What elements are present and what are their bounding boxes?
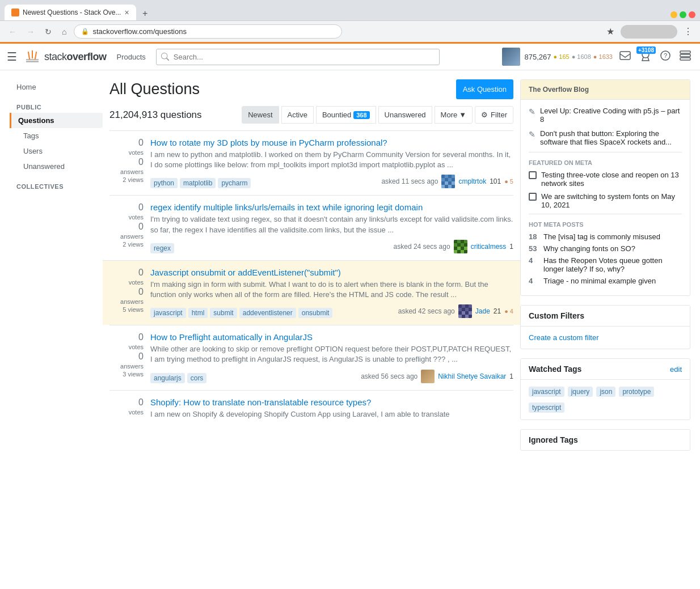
watched-tag-prototype[interactable]: prototype [619,387,654,397]
user-info: asked 11 secs ago cmpltrtok 101 ● 5 [381,175,513,188]
featured-item-2[interactable]: We are switching to system fonts on May … [529,192,682,209]
user-avatar[interactable] [502,48,520,66]
user-score: 1 [509,372,513,380]
address-bar[interactable]: 🔒 stackoverflow.com/questions [74,24,342,39]
user-rep-count: 875,267 [525,53,551,61]
user-avatar-small [458,304,472,318]
question-excerpt: I am new to python and matplotlib. I wor… [150,150,513,170]
browser-tab-bar: Newest Questions - Stack Ove... × + [0,0,700,20]
tag-cors[interactable]: cors [187,373,207,383]
tab-more[interactable]: More ▼ [435,106,473,124]
bronze-badge: ● 1633 [593,53,613,60]
home-button[interactable]: ⌂ [59,26,69,37]
filter-bar: Newest Active Bountied 368 Unanswered Mo… [242,106,513,124]
new-tab-button[interactable]: + [138,7,152,20]
user-name[interactable]: Nikhil Shetye Savaikar [438,372,506,380]
user-score: 101 [490,177,501,185]
tab-bountied[interactable]: Bountied 368 [316,106,376,124]
reload-button[interactable]: ↻ [42,26,54,37]
left-nav-tags[interactable]: Tags [10,128,103,143]
question-body: Javascript onsubmit or addEventListener(… [150,268,513,318]
tag-pycharm[interactable]: pycharm [218,178,251,188]
left-nav-unanswered[interactable]: Unanswered [10,159,103,174]
user-name[interactable]: cmpltrtok [458,177,486,185]
sidebar-divider-2 [529,214,682,214]
tag-addeventlistener[interactable]: addeventlistener [239,308,296,318]
inbox-button[interactable] [617,48,633,66]
tag-onsubmit[interactable]: onsubmit [298,308,333,318]
question-tags: angularjs cors [150,373,206,383]
tag-python[interactable]: python [150,178,178,188]
question-tags: javascript html submit addeventlistener … [150,308,332,318]
products-nav-link[interactable]: Products [113,50,149,63]
filter-button[interactable]: ⚙ Filter [475,106,513,124]
hot-link-2: Why changing fonts on SO? [543,244,635,253]
question-title[interactable]: regex identify multiple links/urls/email… [150,202,513,212]
tab-unanswered[interactable]: Unanswered [378,106,432,124]
left-nav-home[interactable]: Home [10,79,103,95]
question-title[interactable]: Javascript onsubmit or addEventListener(… [150,268,513,277]
close-window-button[interactable] [689,11,695,18]
tab-active[interactable]: Active [281,106,314,124]
header-right: 875,267 ● 165 ● 1608 ● 1633 +3108 ? [502,48,693,66]
user-name[interactable]: criticalmess [471,243,507,251]
question-item: 0 votes 0 answers 2 views regex identify… [109,195,513,260]
back-button[interactable]: ← [6,26,19,37]
hot-item-3[interactable]: 4 Has the Reopen Votes queue gotten long… [529,256,682,273]
watched-tags-edit[interactable]: edit [670,365,682,374]
watched-tags-header: Watched Tags edit [521,359,690,380]
blog-post-1[interactable]: ✎ Level Up: Creative Coding with p5.js –… [529,107,682,124]
hot-item-1[interactable]: 18 The [visa] tag is commonly misused [529,232,682,241]
hot-item-2[interactable]: 53 Why changing fonts on SO? [529,244,682,253]
hot-item-4[interactable]: 4 Triage - no minimal example given [529,277,682,285]
user-avatar-small [421,370,435,383]
overflow-blog-body: ✎ Level Up: Creative Coding with p5.js –… [521,100,690,295]
left-nav-collectives-section: COLLECTIVES [10,174,103,192]
hot-link-3: Has the Reopen Votes queue gotten longer… [543,256,682,273]
watched-tag-typescript[interactable]: typescript [529,402,564,413]
hot-link-4: Triage - no minimal example given [543,277,656,285]
question-tags: python matplotlib pycharm [150,178,251,188]
so-logo[interactable]: stackoverflow [24,48,107,65]
tag-matplotlib[interactable]: matplotlib [180,178,216,188]
blog-post-2[interactable]: ✎ Don't push that button: Exploring the … [529,129,682,146]
tag-angularjs[interactable]: angularjs [150,373,185,383]
ask-question-button[interactable]: Ask Question [456,79,513,99]
question-title[interactable]: How to rotate my 3D plots by mouse in Py… [150,138,513,147]
maximize-button[interactable] [680,11,686,18]
browser-menu-icon[interactable]: ⋮ [682,24,694,39]
watched-tag-jquery[interactable]: jquery [568,387,593,397]
stack-exchange-button[interactable] [677,48,693,66]
question-title[interactable]: Shopify: How to translate non-translatab… [150,397,513,407]
minimize-button[interactable] [671,11,677,18]
question-item: 0 votes Shopify: How to translate non-tr… [109,390,513,431]
watched-tag-javascript[interactable]: javascript [529,387,564,397]
left-nav-users[interactable]: Users [10,143,103,159]
question-item: 0 votes 0 answers 2 views How to rotate … [109,130,513,195]
left-nav-questions[interactable]: Questions [10,113,103,128]
hamburger-menu-icon[interactable]: ☰ [7,50,17,63]
browser-search-bar[interactable] [621,25,677,39]
browser-tab[interactable]: Newest Questions - Stack Ove... × [5,5,136,20]
left-nav: Home PUBLIC Questions Tags Users Unanswe… [10,70,103,460]
svg-text:?: ? [664,52,667,59]
tag-javascript[interactable]: javascript [150,308,186,318]
custom-filters-header: Custom Filters [521,306,690,327]
forward-button[interactable]: → [24,26,37,37]
tab-newest[interactable]: Newest [242,106,279,124]
question-body: regex identify multiple links/urls/email… [150,202,513,253]
featured-item-1[interactable]: Testing three-vote close and reopen on 1… [529,171,682,188]
question-title[interactable]: How to Preflight automatically in Angula… [150,332,513,342]
create-filter-link[interactable]: Create a custom filter [529,333,682,342]
user-name[interactable]: Jade [475,307,490,315]
main-content: All Questions Ask Question 21,204,913 qu… [103,70,520,460]
search-input[interactable] [156,49,440,65]
tag-regex[interactable]: regex [150,243,174,253]
watched-tag-json[interactable]: json [596,387,615,397]
close-tab-button[interactable]: × [124,8,129,17]
tag-submit[interactable]: submit [210,308,237,318]
help-button[interactable]: ? [658,48,673,66]
bookmark-icon[interactable]: ★ [605,24,616,39]
achievements-button[interactable]: +3108 [638,48,653,66]
tag-html[interactable]: html [188,308,208,318]
